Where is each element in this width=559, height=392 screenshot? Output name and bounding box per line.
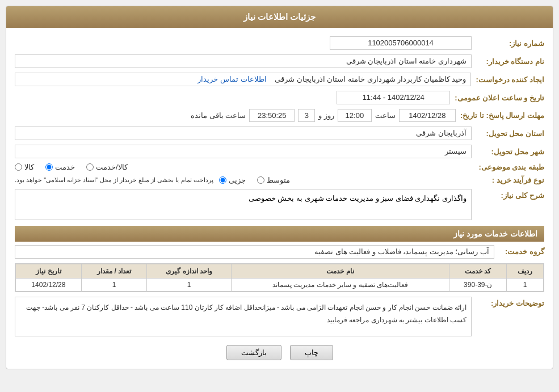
need-number-label: شماره نیاز:: [476, 39, 544, 48]
deadline-day: 3: [298, 109, 315, 122]
panel-title: جزئیات اطلاعات نیاز: [6, 6, 553, 28]
delivery-city-label: شهر محل تحویل:: [476, 147, 544, 156]
need-number-value: 1102005706000014: [330, 36, 472, 50]
buyer-org-label: نام دستگاه خریدار:: [476, 57, 544, 66]
delivery-province-value: آذربایجان شرقی: [15, 127, 472, 140]
button-row: چاپ بازگشت: [15, 345, 544, 360]
col-header-date: تاریخ نیاز: [16, 264, 82, 279]
purchase-type-medium-label: متوسط: [267, 176, 290, 184]
contact-link[interactable]: اطلاعات تماس خریدار: [197, 75, 266, 83]
category-goods-service-option[interactable]: کالا/خدمت: [86, 163, 128, 171]
col-header-name: نام خدمت: [231, 264, 449, 279]
category-service-radio[interactable]: [45, 163, 53, 171]
services-table: ردیف کد خدمت نام خدمت واحد اندازه گیری ت…: [15, 264, 544, 292]
service-group-value: آب رسانی؛ مدیریت پسماند، فاضلاب و فعالیت…: [15, 245, 494, 259]
purchase-type-partial-option[interactable]: جزیی: [219, 176, 246, 184]
service-info-section-header: اطلاعات خدمات مورد نیاز: [15, 226, 544, 242]
category-service-option[interactable]: خدمت: [45, 163, 75, 171]
category-service-label: خدمت: [55, 163, 75, 171]
purchase-type-label: نوع فرآیند خرید :: [476, 176, 544, 184]
purchase-type-medium-option[interactable]: متوسط: [257, 176, 290, 184]
category-goods-option[interactable]: کالا: [15, 163, 34, 171]
print-button[interactable]: چاپ: [290, 345, 333, 360]
buyer-notes-label: توضیحات خریدار:: [476, 297, 544, 307]
delivery-city-value: سیستر: [15, 145, 472, 158]
category-goods-service-radio[interactable]: [86, 163, 94, 171]
col-header-unit: واحد اندازه گیری: [147, 264, 231, 279]
purchase-type-medium-radio[interactable]: [257, 176, 264, 184]
services-table-container: ردیف کد خدمت نام خدمت واحد اندازه گیری ت…: [15, 263, 544, 292]
purchase-type-group: متوسط جزیی: [219, 176, 472, 184]
deadline-time-label: ساعت: [375, 111, 396, 120]
deadline-label: مهلت ارسال پاسخ: تا تاریخ:: [460, 111, 544, 120]
col-header-qty: تعداد / مقدار: [81, 264, 147, 279]
deadline-date: 1402/12/28: [399, 109, 456, 122]
back-button[interactable]: بازگشت: [226, 345, 281, 360]
table-row: 1ن-39-390فعالیت‌های تصفیه و سایر خدمات م…: [16, 279, 544, 292]
buyer-org-value: شهرداری خامنه استان اذربایجان شرقی: [15, 54, 472, 68]
requester-value: وحید کاظمیان کاربردار شهرداری خامنه استا…: [15, 73, 471, 86]
col-header-code: کد خدمت: [449, 264, 507, 279]
category-radio-group: کالا/خدمت خدمت کالا: [15, 163, 472, 171]
announce-date-value: 1402/12/24 - 11:44: [337, 91, 450, 104]
requester-label: ایجاد کننده درخواست:: [476, 75, 544, 84]
deadline-remaining-label: ساعت باقی مانده: [191, 111, 246, 120]
buyer-notes-value: ارائه ضمانت حسن انجام کار و حسن انجام تع…: [15, 297, 472, 336]
purchase-type-partial-radio[interactable]: [219, 176, 226, 184]
deadline-time: 12:00: [338, 109, 372, 122]
delivery-province-label: استان محل تحویل:: [476, 129, 544, 138]
category-goods-radio[interactable]: [15, 163, 22, 171]
purchase-type-partial-label: جزیی: [229, 176, 246, 184]
announce-date-label: تاریخ و ساعت اعلان عمومی:: [455, 94, 544, 102]
category-label: طبقه بندی موضوعی:: [476, 163, 544, 171]
purchase-type-note: پرداخت تمام یا بخشی از مبلغ خریدار از مح…: [15, 176, 213, 184]
category-goods-label: کالا: [24, 163, 34, 171]
deadline-day-label: روز و: [318, 111, 334, 120]
general-desc-section-label: شرح کلی نیاز:: [476, 189, 544, 200]
category-goods-service-label: کالا/خدمت: [96, 163, 128, 171]
deadline-remaining: 23:50:25: [249, 109, 295, 122]
service-group-label: گروه خدمت:: [499, 245, 544, 256]
general-desc-textarea[interactable]: [15, 189, 472, 220]
col-header-row: ردیف: [507, 264, 544, 279]
